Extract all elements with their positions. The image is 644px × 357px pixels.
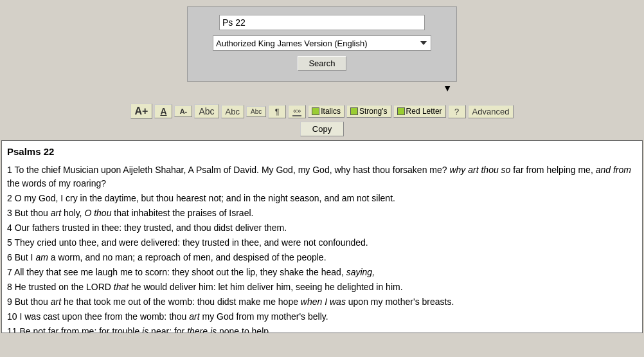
- verse-5: 5 They cried unto thee, and were deliver…: [7, 236, 637, 250]
- verse-4: 4 Our fathers trusted in thee: they trus…: [7, 221, 637, 235]
- text-style-medium-button[interactable]: Abc: [221, 105, 244, 118]
- dropdown-arrow-icon[interactable]: ▼: [443, 83, 452, 93]
- bible-title: Psalms 22: [7, 145, 637, 160]
- strongs-checkbox: [350, 107, 358, 115]
- strongs-toggle-button[interactable]: Strong's: [346, 105, 391, 118]
- copy-button[interactable]: Copy: [300, 122, 344, 136]
- italics-checkbox: [312, 107, 319, 115]
- red-letter-toggle-button[interactable]: Red Letter: [393, 105, 446, 118]
- copy-row: Copy: [0, 122, 644, 136]
- bible-verses: 1 To the chief Musician upon Aijeleth Sh…: [7, 163, 637, 334]
- text-style-large-button[interactable]: Abc: [194, 104, 219, 118]
- font-increase-button[interactable]: A+: [130, 104, 153, 119]
- verse-1: 1 To the chief Musician upon Aijeleth Sh…: [7, 163, 637, 190]
- text-style-small-button[interactable]: Abc: [246, 106, 266, 117]
- bible-text-area[interactable]: Psalms 22 1 To the chief Musician upon A…: [1, 140, 643, 333]
- verse-2: 2 O my God, I cry in the daytime, but th…: [7, 192, 637, 205]
- verse-9: 9 But thou art he that took me out of th…: [7, 295, 637, 309]
- search-box: Authorized King James Version (English) …: [187, 6, 457, 82]
- search-button[interactable]: Search: [298, 56, 346, 71]
- help-button[interactable]: ?: [448, 105, 466, 118]
- red-letter-checkbox: [397, 107, 405, 115]
- font-decrease-button[interactable]: A-: [174, 105, 192, 117]
- toolbar: A+ A A- Abc Abc Abc ¶ «» Italics Strong'…: [0, 104, 644, 119]
- italics-label: Italics: [321, 107, 341, 116]
- verse-11: 11 Be not far from me; for trouble is ne…: [7, 325, 637, 334]
- verse-7: 7 All they that see me laugh me to scorn…: [7, 266, 637, 279]
- advanced-button[interactable]: Advanced: [468, 105, 514, 118]
- verse-10: 10 I was cast upon thee from the womb: t…: [7, 310, 637, 324]
- lines-button[interactable]: «»: [288, 105, 306, 118]
- strongs-label: Strong's: [359, 107, 388, 116]
- verse-8: 8 He trusted on the LORD that he would d…: [7, 280, 637, 294]
- paragraph-button[interactable]: ¶: [268, 105, 286, 118]
- red-letter-label: Red Letter: [406, 107, 442, 116]
- version-select[interactable]: Authorized King James Version (English) …: [213, 35, 431, 51]
- font-bold-button[interactable]: A: [154, 104, 172, 118]
- italics-toggle-button[interactable]: Italics: [308, 105, 344, 118]
- verse-6: 6 But I am a worm, and no man; a reproac…: [7, 251, 637, 264]
- search-input[interactable]: [219, 15, 425, 30]
- verse-3: 3 But thou art holy, O thou that inhabit…: [7, 206, 637, 220]
- dropdown-arrow-row: ▼: [187, 83, 457, 93]
